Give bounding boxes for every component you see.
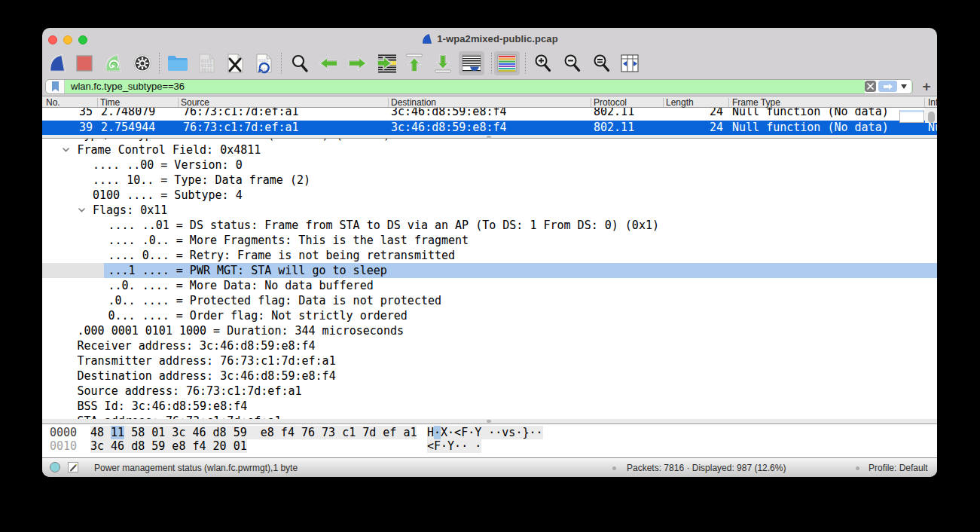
- detail-row[interactable]: .... ..00 = Version: 0: [42, 157, 937, 173]
- chevron-down-icon[interactable]: [78, 208, 85, 212]
- detail-row[interactable]: .... 0... = Retry: Frame is not being re…: [42, 248, 937, 263]
- hex-line[interactable]: 0010 3c 46 d8 59 e8 f4 20 01 <F·Y·· ·: [42, 439, 937, 453]
- detail-text: Frame Control Field: 0x4811: [78, 142, 261, 157]
- hex-bytes: 3c 46 d8 59 e8 f4 20 01: [90, 439, 247, 453]
- packet-row-39-selected[interactable]: 39 2.754944 76:73:c1:7d:ef:a1 3c:46:d8:5…: [42, 121, 937, 136]
- detail-row[interactable]: .... ..01 = DS status: Frame from STA to…: [42, 218, 937, 233]
- detail-text: .000 0001 0101 1000 = Duration: 344 micr…: [78, 323, 404, 338]
- packet-list-header[interactable]: No. Time Source Destination Protocol Len…: [42, 96, 937, 108]
- splitter-list-details[interactable]: [42, 135, 937, 139]
- detail-text: 0... .... = Order flag: Not strictly ord…: [108, 308, 408, 323]
- column-separator[interactable]: [663, 98, 664, 107]
- display-filter-input[interactable]: wlan.fc.type_subtype==36: [45, 79, 913, 94]
- filter-apply-button[interactable]: [878, 81, 897, 92]
- zoom-in-button[interactable]: [530, 51, 556, 75]
- filter-bookmark-button[interactable]: [46, 80, 65, 93]
- detail-row[interactable]: .000 0001 0101 1000 = Duration: 344 micr…: [42, 323, 937, 338]
- go-to-last-packet-button[interactable]: [430, 51, 456, 75]
- filter-clear-button[interactable]: [865, 81, 876, 92]
- packet-row-35[interactable]: 35 2.748079 76:73:c1:7d:ef:a1 3c:46:d8:5…: [42, 108, 937, 119]
- auto-scroll-button[interactable]: [459, 51, 484, 75]
- display-filter-value: wlan.fc.type_subtype==36: [71, 80, 185, 93]
- splitter-details-bytes[interactable]: [42, 419, 937, 424]
- minimap-selected-marker: [900, 110, 924, 112]
- profile-text[interactable]: Profile: Default: [869, 458, 928, 477]
- column-separator[interactable]: [388, 98, 389, 107]
- cell-source: 76:73:c1:7d:ef:a1: [183, 108, 299, 120]
- cell-frame-type: Null function (No data): [732, 108, 889, 120]
- detail-text: .... .0.. = More Fragments: This is the …: [108, 233, 469, 248]
- go-back-button[interactable]: [316, 51, 342, 75]
- filter-history-dropdown[interactable]: [901, 84, 907, 89]
- zoom-reset-icon: [591, 53, 612, 74]
- detail-row[interactable]: .... .0.. = More Fragments: This is the …: [42, 233, 937, 248]
- stop-capture-button[interactable]: [72, 51, 97, 75]
- detail-row[interactable]: .0.. .... = Protected flag: Data is not …: [42, 293, 937, 308]
- resize-columns-icon: [619, 53, 640, 74]
- capture-comment-icon[interactable]: [68, 462, 78, 472]
- splitter-handle-dimple: [487, 136, 491, 139]
- capture-options-button[interactable]: [130, 51, 155, 75]
- chevron-down-icon[interactable]: [63, 148, 69, 152]
- open-file-button[interactable]: [164, 51, 190, 75]
- filter-field-buttons: [865, 80, 911, 93]
- column-separator[interactable]: [178, 98, 179, 107]
- bookmark-icon: [51, 81, 60, 92]
- reload-file-button[interactable]: 0101 0011: [251, 51, 276, 75]
- hex-offset: 0010: [50, 439, 77, 453]
- column-separator[interactable]: [591, 98, 591, 107]
- column-separator[interactable]: [924, 98, 925, 107]
- column-header-protocol[interactable]: Protocol: [594, 97, 627, 108]
- detail-row[interactable]: 0100 .... = Subtype: 4: [42, 188, 937, 203]
- go-forward-button[interactable]: [344, 51, 370, 75]
- toolbar-separator: [159, 53, 160, 74]
- detail-row[interactable]: Receiver address: 3c:46:d8:59:e8:f4: [42, 338, 937, 353]
- detail-row[interactable]: Frame Control Field: 0x4811: [42, 142, 937, 157]
- save-file-button[interactable]: 0101 0110 0011: [194, 51, 219, 75]
- column-header-info[interactable]: Info: [928, 97, 937, 108]
- column-separator[interactable]: [728, 98, 729, 107]
- detail-row[interactable]: Source address: 76:73:c1:7d:ef:a1: [42, 384, 937, 399]
- detail-row[interactable]: Flags: 0x11: [42, 203, 937, 218]
- hex-line[interactable]: 0000 48 11 58 01 3c 46 d8 59 e8 f4 76 73…: [42, 426, 937, 439]
- column-header-frame-type[interactable]: Frame Type: [732, 97, 780, 108]
- column-header-no[interactable]: No.: [46, 97, 60, 108]
- find-packet-button[interactable]: [287, 51, 313, 75]
- zoom-out-button[interactable]: [560, 51, 585, 75]
- wireshark-window: 1-wpa2mixed-public.pcap: [42, 28, 937, 477]
- packet-list-scrollbar-thumb[interactable]: [928, 112, 936, 123]
- resize-columns-button[interactable]: [617, 51, 643, 75]
- expert-info-button[interactable]: [50, 462, 60, 472]
- selected-byte: 11: [111, 426, 124, 439]
- detail-text: .0.. .... = Protected flag: Data is not …: [108, 293, 442, 308]
- intelligent-scrollbar-minimap[interactable]: [899, 110, 924, 123]
- detail-row-selected[interactable]: ...1 .... = PWR MGT: STA will go to slee…: [42, 263, 937, 278]
- column-header-destination[interactable]: Destination: [391, 97, 436, 108]
- go-to-first-packet-button[interactable]: [401, 51, 427, 75]
- packet-rows: 35 2.748079 76:73:c1:7d:ef:a1 3c:46:d8:5…: [42, 108, 937, 136]
- go-to-packet-button[interactable]: [374, 51, 399, 75]
- wireshark-logo-icon: [421, 33, 433, 45]
- start-capture-button[interactable]: [44, 51, 70, 75]
- hex-ascii: <F·Y·· ·: [427, 439, 481, 453]
- restart-capture-button[interactable]: [100, 51, 126, 75]
- title-container: 1-wpa2mixed-public.pcap: [42, 28, 937, 49]
- column-separator[interactable]: [97, 98, 98, 107]
- stop-icon: [74, 53, 95, 74]
- detail-row[interactable]: 0... .... = Order flag: Not strictly ord…: [42, 308, 937, 323]
- colorize-packets-button[interactable]: [494, 51, 520, 75]
- packet-count-text: Packets: 7816 · Displayed: 987 (12.6%): [627, 458, 786, 477]
- zoom-100-button[interactable]: [589, 51, 615, 75]
- close-file-button[interactable]: [222, 51, 248, 75]
- detail-row[interactable]: .... 10.. = Type: Data frame (2): [42, 173, 937, 188]
- detail-row[interactable]: Destination address: 3c:46:d8:59:e8:f4: [42, 368, 937, 384]
- detail-row[interactable]: Transmitter address: 76:73:c1:7d:ef:a1: [42, 353, 937, 368]
- filter-add-button[interactable]: +: [917, 78, 936, 96]
- folder-icon: [166, 53, 188, 74]
- column-header-length[interactable]: Length: [666, 97, 694, 108]
- detail-row[interactable]: BSS Id: 3c:46:d8:59:e8:f4: [42, 399, 937, 414]
- detail-text: .... ..01 = DS status: Frame from STA to…: [108, 218, 660, 233]
- column-header-time[interactable]: Time: [100, 97, 120, 108]
- column-header-source[interactable]: Source: [181, 97, 209, 108]
- detail-row[interactable]: ..0. .... = More Data: No data buffered: [42, 278, 937, 293]
